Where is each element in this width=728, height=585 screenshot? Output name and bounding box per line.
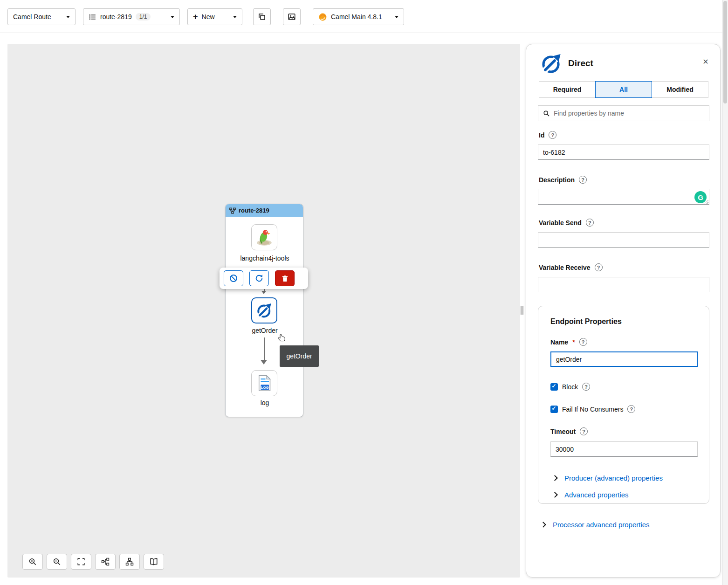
timeout-field-label: Timeout <box>550 427 588 435</box>
fit-view-icon <box>77 557 85 566</box>
name-input[interactable] <box>550 351 698 367</box>
camel-logo-icon <box>318 13 327 21</box>
checkbox-checked-icon[interactable] <box>550 406 558 413</box>
zoom-in-button[interactable] <box>22 554 43 570</box>
route-list-icon <box>89 13 96 21</box>
help-icon[interactable] <box>627 405 635 413</box>
delete-step-button[interactable] <box>275 270 295 286</box>
chevron-right-icon <box>552 492 558 498</box>
chevron-down-icon <box>171 16 174 18</box>
copy-button[interactable] <box>253 8 271 25</box>
processor-advanced-expand[interactable]: Processor advanced properties <box>540 521 650 529</box>
panel-title: Direct <box>568 58 593 69</box>
variable-send-label: Variable Send <box>539 219 594 227</box>
node-label: log <box>226 399 304 406</box>
zoom-out-button[interactable] <box>47 554 67 570</box>
help-icon[interactable] <box>586 219 594 227</box>
fit-to-screen-button[interactable] <box>71 554 91 570</box>
hand-cursor <box>278 334 286 344</box>
route-container-header[interactable]: route-2819 <box>226 204 303 217</box>
fail-if-no-consumers-checkbox-row[interactable]: Fail If No Consumers <box>550 405 635 413</box>
route-count-badge: 1/1 <box>136 13 151 21</box>
zoom-in-icon <box>28 557 37 566</box>
properties-panel: Direct Required All Modified Id Descript… <box>526 44 721 578</box>
langchain4j-parrot-icon <box>254 227 274 247</box>
node-langchain4j-tools[interactable] <box>251 224 277 250</box>
timeout-input[interactable] <box>550 441 698 457</box>
catalog-button[interactable] <box>144 554 164 570</box>
ban-icon <box>229 274 238 283</box>
runtime-selector-dropdown[interactable]: Camel Main 4.8.1 <box>313 8 404 25</box>
checkbox-checked-icon[interactable] <box>550 383 558 391</box>
replace-step-button[interactable] <box>249 270 269 286</box>
tab-modified[interactable]: Modified <box>652 81 708 98</box>
panel-resize-handle[interactable] <box>521 306 525 315</box>
new-route-button[interactable]: New <box>187 8 242 25</box>
layout-horizontal-icon <box>101 557 110 566</box>
id-input[interactable] <box>538 145 709 160</box>
direct-component-icon <box>256 302 273 319</box>
edge-line <box>264 337 265 360</box>
variable-receive-label: Variable Receive <box>539 263 603 271</box>
search-input[interactable] <box>554 110 704 117</box>
image-icon <box>288 13 296 21</box>
disable-step-button[interactable] <box>224 270 243 286</box>
tab-required[interactable]: Required <box>539 81 596 98</box>
chevron-down-icon <box>66 16 70 18</box>
kaoto-designer-page: Camel Route route-2819 1/1 New Camel Mai… <box>0 0 728 585</box>
edge-arrowhead <box>261 360 267 365</box>
copy-icon <box>258 13 266 21</box>
node-label: langchain4j-tools <box>226 255 304 262</box>
processor-advanced-link[interactable]: Processor advanced properties <box>553 521 650 529</box>
page-scrollbar[interactable] <box>722 0 728 585</box>
export-image-button[interactable] <box>283 8 301 25</box>
help-icon[interactable] <box>582 383 590 391</box>
advanced-properties-expand[interactable]: Advanced properties <box>551 491 629 499</box>
variable-send-input[interactable] <box>538 232 709 248</box>
edge-arrowhead <box>261 291 266 294</box>
help-icon[interactable] <box>595 263 603 271</box>
refresh-icon <box>254 274 264 283</box>
name-field-label: Name * <box>550 338 587 346</box>
node-log[interactable]: LOG <box>251 370 277 396</box>
horizontal-layout-button[interactable] <box>95 554 116 570</box>
variable-receive-input[interactable] <box>538 277 709 292</box>
producer-advanced-link[interactable]: Producer (advanced) properties <box>564 474 663 482</box>
vertical-layout-button[interactable] <box>119 554 140 570</box>
description-field-label: Description <box>539 176 587 184</box>
help-icon[interactable] <box>580 427 588 435</box>
help-icon[interactable] <box>549 131 556 139</box>
runtime-selector-label: Camel Main 4.8.1 <box>331 13 391 21</box>
flow-canvas[interactable]: route-2819 langchain4j-tools getOrder LO… <box>7 44 520 578</box>
help-icon[interactable] <box>579 338 587 346</box>
advanced-properties-link[interactable]: Advanced properties <box>564 491 629 499</box>
description-textarea[interactable] <box>538 189 709 205</box>
route-container[interactable]: route-2819 langchain4j-tools getOrder LO… <box>225 204 303 417</box>
close-icon[interactable] <box>701 56 711 67</box>
scrollbar-thumb[interactable] <box>723 1 727 103</box>
route-icon <box>229 207 236 214</box>
required-asterisk: * <box>572 338 575 346</box>
endpoint-properties-card: Endpoint Properties Name * Block Fail If… <box>538 306 709 504</box>
help-icon[interactable] <box>579 176 587 184</box>
dsl-selector-dropdown[interactable]: Camel Route <box>7 8 76 25</box>
resize-handle[interactable] <box>704 200 708 204</box>
route-title: route-2819 <box>239 207 269 214</box>
dsl-selector-label: Camel Route <box>13 13 62 21</box>
book-icon <box>150 557 158 566</box>
chevron-down-icon <box>233 16 237 18</box>
block-checkbox-row[interactable]: Block <box>550 383 590 391</box>
new-button-label: New <box>202 13 229 21</box>
chevron-down-icon <box>395 16 398 18</box>
toolbar-divider <box>0 33 728 33</box>
tab-all[interactable]: All <box>595 81 652 98</box>
filter-tab-group: Required All Modified <box>539 81 708 98</box>
route-selector-dropdown[interactable]: route-2819 1/1 <box>83 8 180 25</box>
trash-icon <box>281 275 289 282</box>
log-component-icon: LOG <box>255 374 274 392</box>
property-search[interactable] <box>538 105 709 121</box>
node-tooltip: getOrder <box>280 345 319 367</box>
producer-advanced-expand[interactable]: Producer (advanced) properties <box>551 474 663 482</box>
node-getorder[interactable] <box>251 297 277 323</box>
zoom-out-icon <box>53 557 61 566</box>
